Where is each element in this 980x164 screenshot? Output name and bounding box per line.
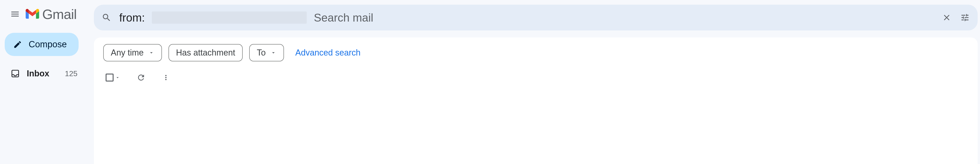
search-icon — [101, 12, 112, 23]
more-actions-button[interactable] — [162, 74, 170, 82]
filter-chip-any-time[interactable]: Any time — [103, 44, 162, 62]
sidebar-item-inbox[interactable]: Inbox 125 — [0, 65, 87, 82]
select-all-checkbox[interactable] — [106, 74, 120, 82]
search-bar[interactable]: from: — [94, 5, 978, 30]
advanced-search-link[interactable]: Advanced search — [291, 48, 360, 58]
chevron-down-icon — [148, 50, 154, 56]
filter-chip-to[interactable]: To — [249, 44, 284, 62]
search-query-prefix: from: — [119, 11, 145, 24]
sidebar-item-count: 125 — [65, 69, 78, 78]
checkbox-icon — [106, 74, 114, 82]
refresh-icon — [137, 73, 145, 82]
refresh-button[interactable] — [137, 73, 145, 82]
compose-button[interactable]: Compose — [5, 33, 79, 56]
filter-chip-has-attachment[interactable]: Has attachment — [169, 44, 243, 62]
search-options-button[interactable] — [959, 12, 970, 23]
inbox-icon — [11, 69, 20, 78]
sidebar-item-label: Inbox — [27, 69, 58, 79]
chevron-down-icon — [270, 50, 277, 56]
hamburger-icon — [10, 9, 20, 19]
chip-label: Any time — [111, 48, 144, 58]
tune-icon — [960, 13, 970, 22]
product-name: Gmail — [42, 6, 76, 22]
search-input[interactable] — [314, 11, 934, 24]
compose-label: Compose — [29, 39, 67, 49]
chevron-down-icon — [115, 75, 120, 80]
chip-label: Has attachment — [176, 48, 235, 58]
chip-label: To — [257, 48, 266, 58]
clear-search-button[interactable] — [941, 12, 952, 23]
main-menu-button[interactable] — [10, 8, 21, 20]
gmail-logo-icon — [25, 9, 40, 19]
search-query-redacted — [152, 11, 307, 24]
pencil-icon — [13, 40, 22, 49]
gmail-logo[interactable]: Gmail — [25, 6, 76, 22]
close-icon — [942, 13, 951, 22]
more-vert-icon — [162, 74, 170, 82]
